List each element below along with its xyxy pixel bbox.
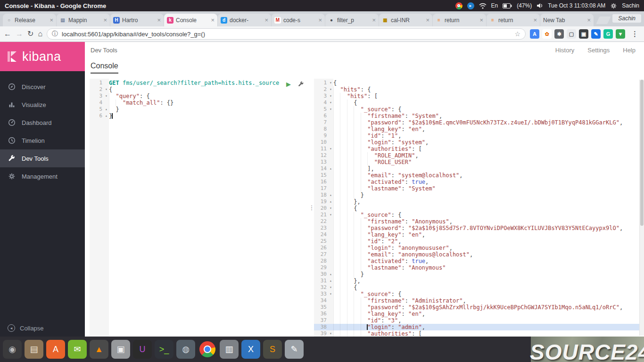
code-line[interactable]: 11▾ "authorities": [ — [314, 146, 644, 152]
chrome-icon[interactable] — [455, 2, 462, 9]
code-line[interactable]: 12 "ROLE_ADMIN", — [314, 152, 644, 159]
code-line[interactable]: 1▾{ — [314, 80, 644, 86]
code-line[interactable]: 22 "firstname": "Anonymous", — [314, 218, 644, 225]
code-line[interactable]: 16 "activated": true, — [314, 179, 644, 185]
vlc-icon[interactable]: ▲ — [90, 340, 108, 359]
code-line[interactable]: 10 "login": "system", — [314, 139, 644, 146]
tab-close-icon[interactable]: × — [264, 16, 268, 24]
code-line[interactable]: 21▾ "_source": { — [314, 212, 644, 218]
browser-profile-chip[interactable]: Sachin — [612, 14, 641, 23]
tab-close-icon[interactable]: × — [479, 16, 483, 24]
send-request-button[interactable]: ▶ — [286, 81, 291, 88]
sidebar-item-visualize[interactable]: Visualize — [0, 96, 85, 114]
code-line[interactable]: 36 "lang_key": "en", — [314, 311, 644, 317]
code-line[interactable]: 30▴ } — [314, 271, 644, 278]
code-line[interactable]: 24 "lang_key": "en", — [314, 231, 644, 238]
window-extension-icon[interactable]: ▢ — [567, 29, 576, 39]
code-line[interactable]: 29 "lastname": "Anonymous" — [314, 264, 644, 271]
sidebar-item-dev-tools[interactable]: Dev Tools — [0, 149, 85, 167]
tab-close-icon[interactable]: × — [211, 16, 215, 24]
wifi-icon[interactable] — [479, 3, 487, 9]
code-line[interactable]: 26 "login": "anonymoususer", — [314, 245, 644, 251]
browser-tab[interactable]: ○Release× — [3, 14, 56, 26]
tab-close-icon[interactable]: × — [426, 16, 429, 24]
fold-toggle-icon[interactable]: ▾ — [104, 93, 109, 99]
site-info-icon[interactable]: ⓘ — [52, 30, 58, 38]
terminal-icon[interactable]: >_ — [155, 340, 173, 359]
browser-tab[interactable]: ▦cal-INR× — [379, 14, 432, 26]
browser-menu-icon[interactable]: ⋮ — [629, 30, 640, 38]
tab-close-icon[interactable]: × — [587, 16, 591, 24]
fold-toggle-icon[interactable]: ▾ — [328, 93, 333, 99]
browser-tab[interactable]: Mcode-s× — [272, 14, 325, 26]
code-line[interactable]: 13 "ROLE_USER" — [314, 159, 644, 165]
new-tab-button[interactable] — [596, 16, 611, 24]
code-line[interactable]: 37 "id": "3", — [314, 317, 644, 324]
code-line[interactable]: 25 "id": "2", — [314, 238, 644, 245]
code-line[interactable]: 5▴ } — [90, 106, 309, 113]
fold-toggle-icon[interactable]: ▴ — [328, 271, 333, 278]
software-updater-icon[interactable]: ▸ — [467, 2, 474, 9]
tab-close-icon[interactable]: × — [103, 16, 107, 24]
browser-tab[interactable]: kConsole× — [164, 14, 217, 26]
reload-icon[interactable]: ↻ — [27, 30, 33, 38]
fold-toggle-icon[interactable]: ▾ — [328, 106, 333, 113]
tab-close-icon[interactable]: × — [318, 16, 322, 24]
back-icon[interactable]: ← — [4, 30, 11, 38]
printer-icon[interactable]: ▥ — [220, 340, 239, 359]
code-line[interactable]: 3▾ "query": { — [90, 93, 309, 99]
code-line[interactable]: 8 "lang_key": "en", — [314, 126, 644, 132]
draw-icon[interactable]: X — [241, 340, 260, 359]
workspace-icon[interactable]: ◍ — [176, 340, 195, 359]
home-icon[interactable]: ⌂ — [38, 30, 42, 38]
code-line[interactable]: 15 "email": "system@localhost", — [314, 172, 644, 179]
code-line[interactable]: 31▴ }, — [314, 278, 644, 284]
tab-close-icon[interactable]: × — [157, 16, 161, 24]
code-line[interactable]: 39▾ "authorities": [ — [314, 330, 644, 337]
tab-close-icon[interactable]: × — [372, 16, 376, 24]
fold-toggle-icon[interactable]: ▾ — [328, 146, 333, 152]
grammarly-icon[interactable]: G — [603, 29, 613, 39]
fold-toggle-icon[interactable]: ▾ — [328, 291, 333, 297]
response-scrollbar[interactable] — [639, 80, 644, 336]
sidebar-item-timelion[interactable]: Timelion — [0, 132, 85, 149]
response-viewer[interactable]: 1▾{2▾ "hits": {3▾ "hits": [4▾ {5▾ "_sour… — [314, 79, 644, 337]
pane-resize-handle[interactable]: ⋮ — [309, 79, 314, 337]
address-bar[interactable]: ⓘ localhost:5601/app/kibana#/dev_tools/c… — [47, 28, 526, 40]
code-line[interactable]: 32▾ { — [314, 284, 644, 291]
browser-tab[interactable]: ●filter_p× — [325, 14, 379, 26]
sidebar-item-discover[interactable]: Discover — [0, 78, 85, 96]
code-line[interactable]: 4 "match_all": {} — [90, 99, 309, 106]
editor-icon[interactable]: ✎ — [285, 340, 304, 359]
fold-toggle-icon[interactable]: ▴ — [328, 192, 333, 198]
code-line[interactable]: 14▴ ], — [314, 165, 644, 172]
fold-toggle-icon[interactable]: ▴ — [328, 278, 333, 284]
tag-extension-icon[interactable]: ▣ — [579, 29, 588, 39]
battery-icon[interactable] — [503, 3, 512, 8]
chrome-icon[interactable] — [198, 340, 217, 359]
fold-toggle-icon[interactable]: ▾ — [328, 80, 333, 86]
files-icon[interactable]: ▤ — [25, 340, 43, 359]
battery-percentage[interactable]: (47%) — [517, 2, 532, 9]
sidebar-item-management[interactable]: Management — [0, 167, 85, 185]
fold-toggle-icon[interactable]: ▾ — [104, 86, 109, 93]
session-user[interactable]: Sachin — [622, 2, 639, 9]
session-gear-icon[interactable] — [610, 2, 617, 9]
fold-toggle-icon[interactable]: ▾ — [328, 212, 333, 218]
tab-console[interactable]: Console — [91, 62, 118, 74]
tab-close-icon[interactable]: × — [533, 16, 537, 24]
sidebar-item-dashboard[interactable]: Dashboard — [0, 114, 85, 132]
code-line[interactable]: 4▾ { — [314, 99, 644, 106]
fold-toggle-icon[interactable]: ▾ — [328, 205, 333, 212]
code-line[interactable]: 6▴} — [90, 113, 309, 119]
sublime-icon[interactable]: S — [263, 340, 282, 359]
software-center-icon[interactable]: A — [46, 340, 65, 359]
browser-tab[interactable]: ≡return× — [433, 14, 486, 26]
code-line[interactable]: 33▾ "_source": { — [314, 291, 644, 297]
volume-icon[interactable] — [537, 3, 543, 8]
fold-toggle-icon[interactable]: ▾ — [328, 284, 333, 291]
clock[interactable]: Tue Oct 3 11:03:08 AM — [548, 2, 605, 9]
sidebar-collapse-button[interactable]: ◂ Collapse — [8, 324, 44, 332]
package-icon[interactable]: ▣ — [111, 340, 130, 359]
code-line[interactable]: 3▾ "hits": [ — [314, 93, 644, 99]
